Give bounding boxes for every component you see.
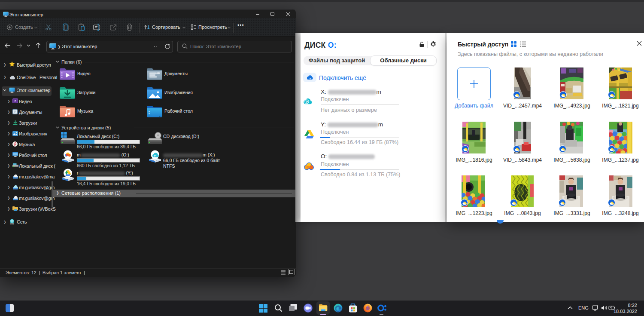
svg-text:P: P (306, 100, 308, 104)
